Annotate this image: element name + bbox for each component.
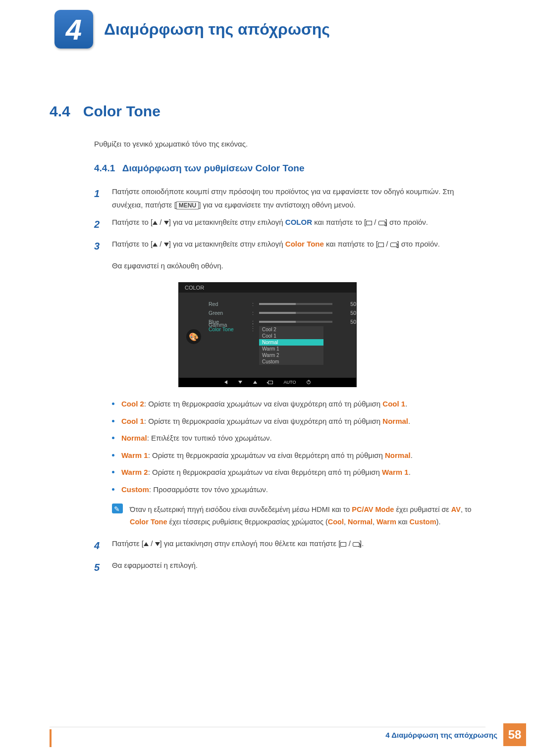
osd-option: Warm 1 [259,346,323,352]
step-text: ] στο προϊόν. [397,240,440,248]
bullet-icon [112,471,114,473]
bullet-item: Warm 1: Ορίστε τη θερμοκρασία χρωμάτων ν… [112,449,485,463]
bullet-ref: Cool 1 [382,400,405,408]
down-arrow-icon [155,542,160,546]
step-2: 2 Πατήστε το [ / ] για να μετακινηθείτε … [94,215,485,233]
step-text: Πατήστε το [ [112,240,153,248]
bullet-keyword: Normal [121,434,147,442]
note-text: και [396,518,410,526]
page-header: 4 Διαμόρφωση της απόχρωσης [50,10,485,49]
page-footer: 4 Διαμόρφωση της απόχρωσης 58 [0,723,535,746]
page-number: 58 [503,723,526,746]
note-text: , [344,518,348,526]
step-3: 3 Πατήστε το [ / ] για να μετακινηθείτε … [94,237,485,255]
bullet-item: Normal: Επιλέξτε τον τυπικό τόνο χρωμάτω… [112,431,485,446]
osd-label-gamma: Gamma [209,322,248,328]
slider-icon [259,312,332,314]
section-number: 4.4 [50,103,70,120]
keyword-color: COLOR [285,218,312,226]
note-keyword: Color Tone [130,518,167,526]
up-arrow-icon [153,221,158,225]
step-text: και πατήστε το [ [324,240,378,248]
note-keyword: Custom [410,518,436,526]
bullet-icon [112,420,114,422]
bullet-end: . [409,468,411,476]
step-text: και πατήστε το [ [312,218,366,226]
step-1: 1 Πατήστε οποιοδήποτε κουμπί στην πρόσοψ… [94,185,485,211]
bullet-icon [112,437,114,439]
slider-icon [259,321,332,323]
bullet-text: : Ορίστε τη θερμοκρασία χρωμάτων να είνα… [144,400,382,408]
bullet-end: . [405,400,407,408]
note-text: έχει τέσσερις ρυθμίσεις θερμοκρασίας χρώ… [167,518,327,526]
section-intro: Ρυθμίζει το γενικό χρωματικό τόνο της ει… [94,140,485,148]
section-title: Color Tone [83,103,160,120]
osd-title: COLOR [179,283,356,293]
bullet-icon [112,454,114,456]
osd-label-green: Green [209,310,248,316]
left-arrow-icon [224,380,227,384]
step-text: Πατήστε το [ [112,218,153,226]
source-icon [378,221,385,225]
bullet-text: : Ορίστε τη θερμοκρασία χρωμάτων να είνα… [148,451,385,459]
menu-button-label: MENU [176,202,199,209]
osd-auto-label: AUTO [284,380,296,385]
bullet-end: . [408,417,410,425]
step-text: ] για να μετακινηθείτε στην επιλογή [169,218,285,226]
bullet-text: : Προσαρμόστε τον τόνο χρωμάτων. [149,485,268,494]
bullet-keyword: Warm 2 [121,468,148,476]
step-text: Πατήστε [ [112,539,144,548]
up-arrow-icon [253,381,257,384]
chapter-title: Διαμόρφωση της απόχρωσης [104,20,330,39]
bullet-item: Custom: Προσαρμόστε τον τόνο χρωμάτων. [112,483,485,497]
osd-dropdown: Cool 2 Cool 1 Normal Warm 1 Warm 2 Custo… [259,326,323,365]
note-keyword: Cool [328,518,344,526]
step-number: 4 [94,537,103,554]
step-number: 2 [94,215,103,233]
note-keyword: Warm [376,518,396,526]
bullet-ref: Normal [382,417,408,425]
bullet-end: . [411,451,413,459]
note-keyword: Normal [348,518,373,526]
note-text: έχει ρυθμιστεί σε [394,505,451,513]
source-icon [353,542,360,547]
enter-icon [340,542,346,547]
osd-option: Cool 2 [259,326,323,333]
step-text: ] στο προϊόν. [385,218,428,226]
osd-screenshot: COLOR 🎨 Red:50 Green:50 Blue:50 Color To… [178,282,357,387]
step-3-note: Θα εμφανιστεί η ακόλουθη οθόνη. [112,259,485,272]
bullet-icon [112,403,114,405]
osd-option: Cool 1 [259,333,323,339]
note-text: , το [461,505,472,513]
note-text: , [373,518,376,526]
step-5: 5 Θα εφαρμοστεί η επιλογή. [94,558,485,576]
slider-icon [259,303,332,305]
power-icon [307,380,311,384]
enter-icon [378,243,384,247]
step-text: Θα εφαρμοστεί η επιλογή. [112,558,485,576]
down-arrow-icon [164,243,169,247]
bullet-text: : Ορίστε η θερμοκρασία χρωμάτων να είναι… [148,468,382,476]
enter-icon [366,221,372,225]
step-number: 1 [94,185,103,211]
down-arrow-icon [238,381,242,384]
note-text: ). [436,518,441,526]
bullet-keyword: Cool 1 [121,417,144,425]
section-heading: 4.4 Color Tone [50,103,485,120]
bullet-keyword: Warm 1 [121,451,148,459]
back-icon [268,381,273,384]
osd-value-red: 50 [341,301,356,307]
subsection-heading: 4.4.1 Διαμόρφωση των ρυθμίσεων Color Ton… [94,163,485,174]
bullet-item: Cool 1: Ορίστε τη θερμοκρασία χρωμάτων ν… [112,414,485,429]
bullet-keyword: Cool 2 [121,400,144,408]
subsection-title: Διαμόρφωση των ρυθμίσεων Color Tone [122,163,305,173]
step-text: ] για μετακίνηση στην επιλογή που θέλετε… [160,539,341,548]
osd-value-blue: 50 [341,319,356,325]
up-arrow-icon [144,542,149,546]
step-number: 3 [94,237,103,255]
note-icon [112,504,123,513]
bullet-text: : Ορίστε τη θερμοκρασία χρωμάτων να είνα… [144,417,382,425]
bullet-keyword: Custom [121,485,149,494]
footer-chapter-label: 4 Διαμόρφωση της απόχρωσης [385,731,497,739]
note-text: Όταν η εξωτερική πηγή εισόδου είναι συνδ… [130,505,352,513]
